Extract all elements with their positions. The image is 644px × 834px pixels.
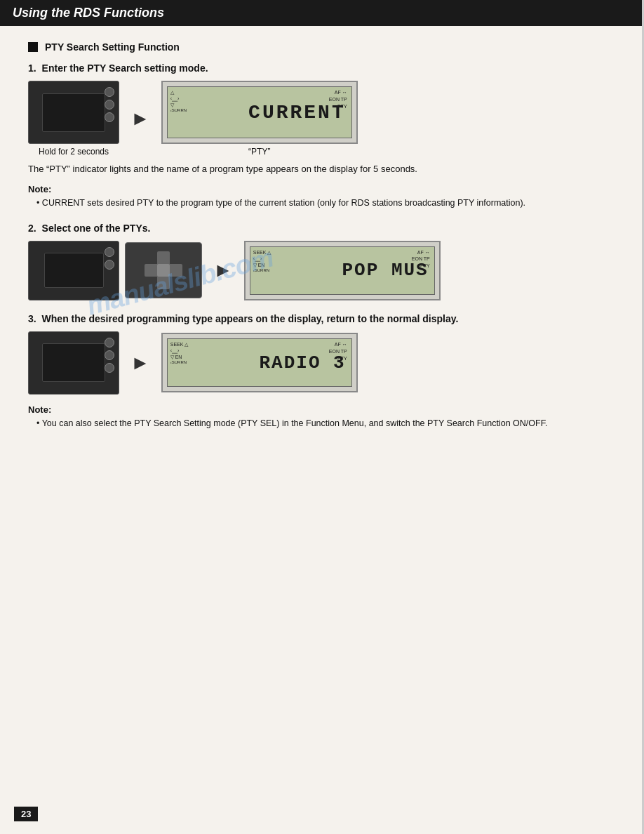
device-panel-2a: [28, 241, 119, 300]
step-1-num: 1.: [28, 62, 36, 74]
device-screen-3: [42, 343, 105, 382]
device-screen-2a: [44, 253, 104, 288]
step-3-header: 3. When the desired programming type app…: [28, 313, 616, 324]
display-inner-3: SEEK △ ‹⎯⎯› ▽ EN ‹SURRN AF ↔ EON TP PTY …: [167, 338, 352, 387]
step-1-header: 1. Enter the PTY Search setting mode.: [28, 62, 616, 74]
btn-2a-1: [105, 247, 114, 257]
page-header: Using the RDS Functions: [0, 0, 644, 26]
device-screen-1: [42, 93, 105, 132]
btn-3-2: [105, 350, 114, 360]
step-1-label: Enter the PTY Search setting mode.: [42, 62, 208, 74]
center-btn: [157, 264, 170, 277]
step-3-device: [28, 331, 119, 395]
btn-3-1: [105, 338, 114, 348]
display-indicators-left-2: SEEK △ ‹⎯⎯› ▽ EN ‹SURRN: [253, 249, 271, 274]
step-1-device: Hold for 2 seconds: [28, 81, 119, 157]
device-panel-2b: [125, 242, 202, 298]
device-buttons-3: [105, 338, 114, 373]
content-area: PTY Search Setting Function 1. Enter the…: [0, 41, 644, 470]
btn-2: [105, 100, 114, 110]
ctrl-cross: [145, 251, 182, 289]
step-3-display-group: SEEK △ ‹⎯⎯› ▽ EN ‹SURRN AF ↔ EON TP PTY …: [161, 333, 358, 392]
step-1-display-group: △ ‹⎯⎯› ▽ ‹SURRN AF ↔ EON TP PTY CURRENT: [161, 81, 358, 157]
step-2-num: 2.: [28, 223, 36, 234]
step-1-note-text: CURRENT sets desired PTY to the program …: [36, 197, 616, 210]
display-screen-2: SEEK △ ‹⎯⎯› ▽ EN ‹SURRN AF ↔ EON TP PTY …: [244, 241, 441, 300]
device-panel-3: [28, 331, 119, 395]
section-title: PTY Search Setting Function: [28, 41, 616, 53]
step-3-diagram: ► SEEK △ ‹⎯⎯› ▽ EN ‹SURRN AF ↔: [28, 331, 616, 395]
bullet-icon: [28, 42, 38, 52]
display-inner-2: SEEK △ ‹⎯⎯› ▽ EN ‹SURRN AF ↔ EON TP PTY …: [250, 246, 435, 295]
step-1-right-caption: “PTY”: [161, 147, 358, 157]
header-title: Using the RDS Functions: [13, 6, 164, 20]
step-2-devices: [28, 241, 202, 300]
display-indicators-left-3: SEEK △ ‹⎯⎯› ▽ EN ‹SURRN: [170, 341, 189, 366]
section-title-text: PTY Search Setting Function: [45, 41, 180, 53]
step-3: 3. When the desired programming type app…: [28, 313, 616, 430]
btn-3-3: [105, 363, 114, 373]
arrow-1: ►: [130, 107, 150, 130]
step-3-note: Note: You can also select the PTY Search…: [28, 404, 616, 430]
display-screen-1: △ ‹⎯⎯› ▽ ‹SURRN AF ↔ EON TP PTY CURRENT: [161, 81, 358, 144]
step-2-display-group: SEEK △ ‹⎯⎯› ▽ EN ‹SURRN AF ↔ EON TP PTY …: [244, 241, 441, 300]
step-1-diagram: Hold for 2 seconds ► △ ‹⎯⎯› ▽ ‹SURRN: [28, 81, 616, 157]
display-indicators-right-3: AF ↔ EON TP PTY: [329, 341, 347, 362]
device-buttons-2a: [105, 247, 114, 270]
display-screen-3: SEEK △ ‹⎯⎯› ▽ EN ‹SURRN AF ↔ EON TP PTY …: [161, 333, 358, 392]
display-indicators-right-2: AF ↔ EON TP PTY: [412, 249, 430, 270]
step-2-header: 2. Select one of the PTYs.: [28, 223, 616, 234]
display-indicators-left-1: △ ‹⎯⎯› ▽ ‹SURRN: [170, 89, 187, 114]
page-number: 23: [14, 807, 38, 821]
step-2-label: Select one of the PTYs.: [42, 223, 151, 234]
step-1-note: Note: CURRENT sets desired PTY to the pr…: [28, 184, 616, 210]
device-panel-1: [28, 81, 119, 144]
step-3-num: 3.: [28, 313, 36, 324]
arrow-2: ►: [213, 259, 233, 282]
display-indicators-right-1: AF ↔ EON TP PTY: [329, 89, 347, 110]
step-1-left-caption: Hold for 2 seconds: [28, 147, 119, 157]
step-1: 1. Enter the PTY Search setting mode. Ho…: [28, 62, 616, 210]
display-inner-1: △ ‹⎯⎯› ▽ ‹SURRN AF ↔ EON TP PTY CURRENT: [167, 86, 352, 138]
btn-2a-2: [105, 260, 114, 270]
device-buttons-1: [105, 87, 114, 122]
btn-1: [105, 87, 114, 97]
step-3-note-text: You can also select the PTY Search Setti…: [36, 417, 616, 430]
step-3-note-title: Note:: [28, 404, 616, 415]
step-2-diagram: ► SEEK △ ‹⎯⎯› ▽ EN ‹SURRN AF ↔: [28, 241, 616, 300]
step-3-label: When the desired programming type appear…: [42, 313, 459, 324]
step-1-body: The “PTY” indicator lights and the name …: [28, 162, 616, 177]
arrow-3: ►: [130, 352, 150, 374]
step-1-note-title: Note:: [28, 184, 616, 194]
btn-3: [105, 112, 114, 122]
step-2: 2. Select one of the PTYs.: [28, 223, 616, 300]
page: Using the RDS Functions PTY Search Setti…: [0, 0, 644, 834]
